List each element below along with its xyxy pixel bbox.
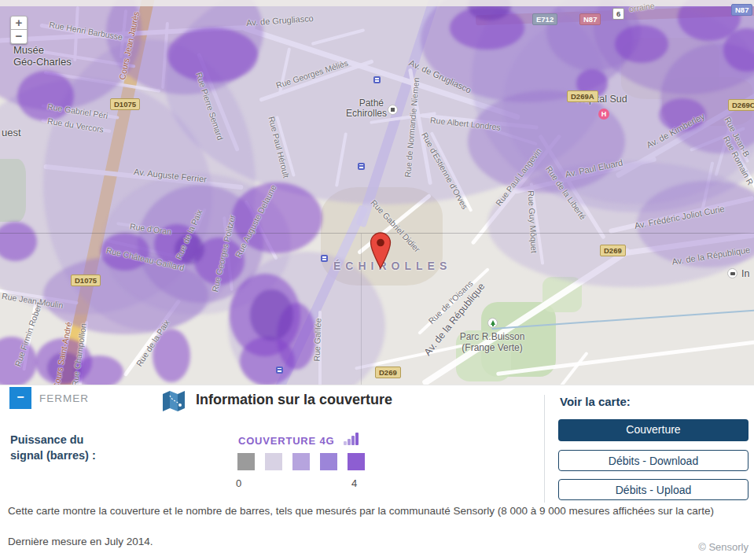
legend-max: 4	[351, 477, 357, 489]
couverture-button[interactable]: Couverture	[558, 419, 748, 441]
signal-bars-icon	[344, 431, 361, 445]
route-badge-d1075: D1075	[71, 274, 101, 286]
legend-swatch	[348, 453, 365, 470]
coverage-info-panel: − FERMER Information sur la couverture P…	[0, 385, 754, 560]
tram-stop-icon	[321, 255, 328, 262]
route-badge-d269a: D269A	[567, 90, 598, 102]
map-zoom-control: + −	[10, 16, 29, 44]
route-badge-n87: N87	[579, 13, 601, 25]
zoom-in-button[interactable]: +	[10, 16, 28, 30]
poi-store-partial: In	[741, 268, 749, 279]
legend-swatches	[237, 453, 365, 470]
legend-swatch	[265, 453, 282, 470]
cinema-icon	[388, 105, 398, 115]
route-badge-e712: E712	[532, 13, 557, 25]
exit-badge: 6	[612, 8, 624, 20]
copyright: © Sensorly	[698, 541, 748, 553]
panel-title: Information sur la couverture	[196, 392, 392, 408]
park-icon	[487, 318, 498, 328]
street-label-partial: uest	[2, 127, 21, 138]
graticule-vertical	[361, 234, 362, 385]
map-icon	[163, 390, 185, 414]
tram-stop-icon	[276, 367, 283, 374]
store-icon	[727, 268, 737, 278]
city-label: ÉCHIROLLES	[333, 260, 451, 272]
legend-swatch	[237, 453, 255, 470]
legend-swatch	[320, 453, 337, 470]
street-label: Rue Galilée	[311, 318, 322, 361]
zoom-out-button[interactable]: −	[10, 30, 28, 44]
close-panel-label[interactable]: FERMER	[39, 392, 89, 404]
view-map-heading: Voir la carte:	[560, 395, 631, 408]
signal-strength-label: Puissance du signal (barres) :	[10, 432, 96, 463]
location-marker-icon	[370, 232, 392, 273]
close-panel-button[interactable]: −	[9, 387, 31, 409]
route-badge-d269c: D269C	[728, 99, 754, 111]
minus-icon: −	[17, 390, 24, 403]
poi-parc: Parc R.Buisson(Frange Verte)	[458, 331, 526, 353]
debits-download-button[interactable]: Débits - Download	[558, 450, 748, 471]
legend-title: COUVERTURE 4G	[238, 435, 334, 447]
tram-stop-icon	[358, 163, 365, 170]
hospital-icon: H	[598, 109, 609, 120]
legend-min: 0	[236, 477, 241, 489]
coverage-description: Cette carte montre la couverture et le n…	[8, 503, 739, 519]
route-badge-n87: N87	[731, 4, 752, 16]
route-badge-d269: D269	[600, 245, 626, 256]
legend-swatch	[292, 453, 310, 470]
tram-stop-icon	[373, 76, 381, 83]
route-badge-d1075: D1075	[110, 98, 140, 110]
poi-pathe: PathéEchirolles	[346, 98, 384, 119]
panel-divider	[544, 395, 545, 503]
coverage-map[interactable]: Av. de Grugliasco Rue Henri Barbusse Rue…	[0, 0, 754, 385]
debits-upload-button[interactable]: Débits - Upload	[558, 479, 748, 500]
last-measure: Dernière mesure en July 2014.	[8, 536, 153, 547]
poi-musee: MuséeGéo-Charles	[13, 44, 72, 68]
route-badge-d269: D269	[375, 367, 401, 378]
